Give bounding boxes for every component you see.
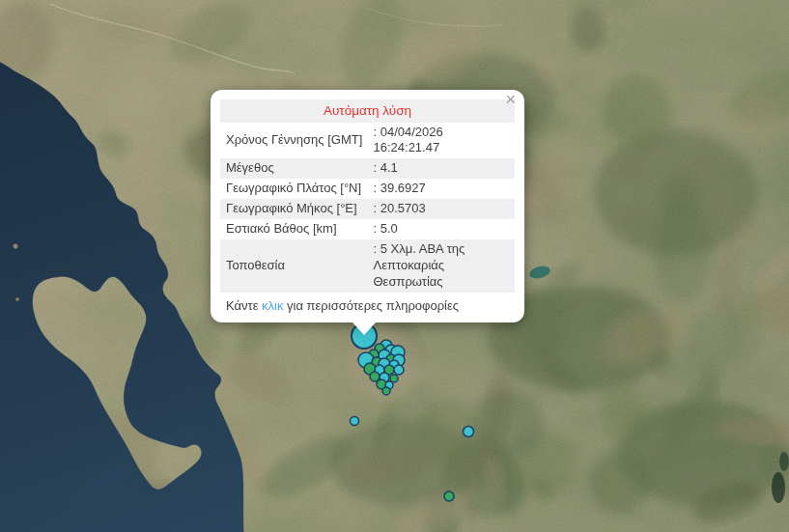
info-label: Εστιακό Βάθος [km] (220, 219, 368, 239)
info-label: Γεωγραφικό Πλάτος [°N] (220, 179, 368, 199)
info-value: : 20.5703 (368, 199, 516, 219)
footer-text-prefix: Κάντε (226, 298, 262, 313)
earthquake-marker[interactable] (394, 365, 404, 375)
info-label: Χρόνος Γέννησης [GMT] (220, 123, 368, 159)
info-value: : 39.6927 (368, 179, 516, 199)
info-row: Μέγεθος: 4.1 (220, 158, 515, 179)
footer-text-suffix: για περισσότερες πληροφορίες (283, 298, 459, 313)
info-row: Γεωγραφικό Μήκος [°E]: 20.5703 (220, 199, 515, 219)
info-value: : 5.0 (368, 219, 516, 239)
info-label: Μέγεθος (220, 158, 368, 179)
info-row: Εστιακό Βάθος [km]: 5.0 (220, 219, 515, 239)
info-row: Τοποθεσία: 5 Χλμ. ΑΒΑ της Λεπτοκαριάς Θε… (220, 239, 515, 293)
river (779, 452, 789, 471)
popup-arrow (352, 322, 376, 335)
more-info-link[interactable]: κλικ (262, 298, 283, 313)
earthquake-popup: × Αυτόματη λύση Χρόνος Γέννησης [GMT]: 0… (211, 90, 524, 322)
earthquake-marker[interactable] (382, 387, 390, 395)
popup-footer: Κάντε κλικ για περισσότερες πληροφορίες (226, 298, 515, 313)
info-label: Γεωγραφικό Μήκος [°E] (220, 199, 368, 219)
info-row: Χρόνος Γέννησης [GMT]: 04/04/2026 16:24:… (220, 123, 515, 159)
info-value: : 4.1 (368, 158, 516, 179)
islet (14, 244, 18, 249)
earthquake-marker[interactable] (351, 417, 359, 426)
river (772, 472, 785, 503)
popup-title-row: Αυτόματη λύση (220, 99, 515, 123)
earthquake-marker[interactable] (464, 427, 474, 437)
earthquake-marker[interactable] (444, 491, 454, 501)
islet (15, 297, 19, 301)
info-value: : 5 Χλμ. ΑΒΑ της Λεπτοκαριάς Θεσπρωτίας (368, 239, 516, 293)
info-row: Γεωγραφικό Πλάτος [°N]: 39.6927 (220, 179, 515, 199)
earthquake-info-table: Αυτόματη λύση Χρόνος Γέννησης [GMT]: 04/… (220, 99, 515, 293)
info-label: Τοποθεσία (220, 239, 368, 293)
popup-close-button[interactable]: × (505, 91, 516, 108)
info-value: : 04/04/2026 16:24:21.47 (368, 123, 516, 159)
popup-title: Αυτόματη λύση (220, 99, 515, 123)
